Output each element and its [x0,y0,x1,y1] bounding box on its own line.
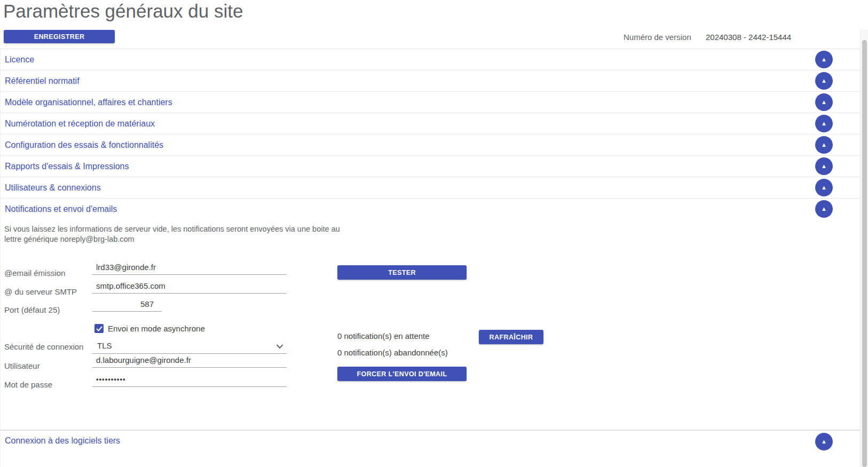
security-select-value: TLS [97,341,112,350]
collapse-section-button[interactable]: ▲ [815,136,833,154]
triangle-up-icon: ▲ [821,99,827,105]
section-title[interactable]: Utilisateurs & connexions [1,177,101,199]
triangle-up-icon: ▲ [821,78,827,84]
pending-notifications-status: 0 notification(s) en attente [337,331,430,341]
collapse-section-button[interactable]: ▲ [815,72,833,90]
notifications-panel: Si vous laissez les informations de serv… [0,220,861,430]
smtp-server-input[interactable] [92,280,287,294]
vertical-scrollbar[interactable] [860,29,868,467]
collapse-section-button[interactable]: ▲ [815,200,833,218]
server-info-text-2: lettre générique noreply@brg-lab.com [4,235,135,243]
email-emission-input[interactable] [92,261,287,275]
triangle-up-icon: ▲ [821,206,827,212]
email-emission-label: @email émission [4,268,65,278]
section-title[interactable]: Connexion à des logiciels tiers [1,431,120,451]
settings-accordion: Licence ▲ Référentiel normatif ▲ Modèle … [0,49,861,220]
async-mode-label: Envoi en mode asynchrone [108,324,205,333]
checkmark-icon [96,326,102,331]
refresh-button[interactable]: RAFRAÎCHIR [479,330,543,344]
version-value: 20240308 - 2442-15444 [706,33,791,42]
version-label: Numéro de version [624,33,691,42]
collapse-section-button[interactable]: ▲ [815,115,833,132]
section-row-notifications[interactable]: Notifications et envoi d'emails ▲ [1,199,861,220]
async-mode-checkbox[interactable] [94,324,104,333]
save-button[interactable]: ENREGISTRER [4,30,115,43]
security-select[interactable]: TLS [92,340,287,354]
force-send-email-button[interactable]: FORCER L'ENVOI D'EMAIL [337,367,467,381]
server-info-text: Si vous laissez les informations de serv… [4,225,340,233]
security-label: Sécurité de connexion [4,342,83,351]
section-title[interactable]: Modèle organisationnel, affaires et chan… [1,92,172,113]
section-row-logiciels-tiers[interactable]: Connexion à des logiciels tiers ▲ [0,430,861,467]
section-title[interactable]: Numérotation et réception de matériaux [1,113,155,134]
section-title[interactable]: Notifications et envoi d'emails [1,199,117,220]
abandoned-notifications-status: 0 notification(s) abandonnée(s) [337,348,448,357]
section-row-licence[interactable]: Licence ▲ [1,49,861,70]
chevron-down-icon [276,344,283,349]
collapse-section-button[interactable]: ▲ [815,157,833,175]
section-title[interactable]: Rapports d'essais & Impressions [1,156,129,177]
section-row-referentiel[interactable]: Référentiel normatif ▲ [1,70,861,92]
scrollbar-thumb[interactable] [862,40,867,467]
triangle-up-icon: ▲ [821,439,827,445]
settings-page: Paramètres généraux du site ENREGISTRER … [0,0,868,467]
smtp-server-label: @ du serveur SMTP [4,287,77,296]
port-input[interactable] [92,298,162,312]
section-row-modele-organisationnel[interactable]: Modèle organisationnel, affaires et chan… [1,92,861,113]
section-title[interactable]: Référentiel normatif [1,70,80,92]
collapse-section-button[interactable]: ▲ [815,93,833,111]
section-row-numerotation[interactable]: Numérotation et réception de matériaux ▲ [1,113,861,134]
collapse-section-button[interactable]: ▲ [815,433,833,450]
collapse-section-button[interactable]: ▲ [815,51,833,68]
section-title[interactable]: Licence [1,49,34,70]
section-title[interactable]: Configuration des essais & fonctionnalit… [1,134,163,156]
triangle-up-icon: ▲ [821,185,827,191]
password-input[interactable] [92,373,287,387]
triangle-up-icon: ▲ [821,57,827,62]
triangle-up-icon: ▲ [821,142,827,148]
page-title: Paramètres généraux du site [3,1,243,22]
password-label: Mot de passe [4,380,52,389]
port-label: Port (défaut 25) [4,305,60,314]
triangle-up-icon: ▲ [821,121,827,126]
user-input[interactable] [92,354,287,368]
section-row-utilisateurs[interactable]: Utilisateurs & connexions ▲ [1,177,861,199]
user-label: Utilisateur [4,361,40,370]
collapse-section-button[interactable]: ▲ [815,179,833,196]
test-button[interactable]: TESTER [337,265,467,280]
triangle-up-icon: ▲ [821,163,827,169]
section-row-rapports[interactable]: Rapports d'essais & Impressions ▲ [1,156,861,177]
section-row-configuration-essais[interactable]: Configuration des essais & fonctionnalit… [1,134,861,156]
